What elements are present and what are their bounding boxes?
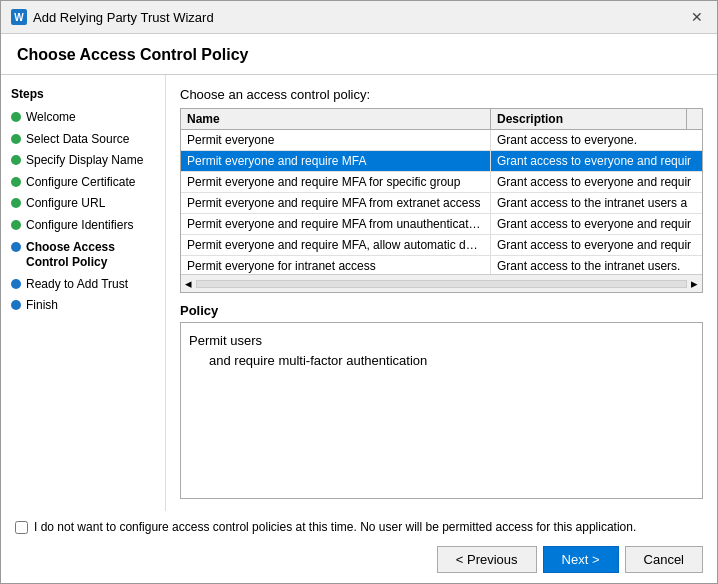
cell-desc: Grant access to everyone and requir <box>491 235 702 255</box>
policy-label: Policy <box>180 303 703 318</box>
dot-choose-access-control <box>11 242 21 252</box>
cell-desc: Grant access to everyone. <box>491 130 702 150</box>
dot-configure-identifiers <box>11 220 21 230</box>
wizard-icon: W <box>11 9 27 25</box>
no-policy-checkbox[interactable] <box>15 521 28 534</box>
main-panel: Choose an access control policy: Name De… <box>166 75 717 511</box>
previous-button[interactable]: < Previous <box>437 546 537 573</box>
titlebar-left: W Add Relying Party Trust Wizard <box>11 9 214 25</box>
policy-section: Policy Permit users and require multi-fa… <box>180 303 703 499</box>
button-row: < Previous Next > Cancel <box>15 546 703 573</box>
close-button[interactable]: ✕ <box>687 7 707 27</box>
footer-section: I do not want to configure access contro… <box>1 511 717 583</box>
dot-finish <box>11 300 21 310</box>
dot-select-data-source <box>11 134 21 144</box>
dialog-window: W Add Relying Party Trust Wizard ✕ Choos… <box>0 0 718 584</box>
policy-line2: and require multi-factor authentication <box>189 351 694 371</box>
page-header: Choose Access Control Policy <box>1 34 717 75</box>
table-horizontal-scrollbar[interactable]: ◂ ▸ <box>181 274 702 292</box>
content-area: Steps Welcome Select Data Source Specify… <box>1 75 717 511</box>
sidebar-item-welcome: Welcome <box>1 107 165 129</box>
cell-desc: Grant access to the intranet users a <box>491 193 702 213</box>
checkbox-label: I do not want to configure access contro… <box>34 519 636 536</box>
dot-configure-certificate <box>11 177 21 187</box>
cell-name: Permit everyone and require MFA from una… <box>181 214 491 234</box>
cell-desc: Grant access to everyone and requir <box>491 172 702 192</box>
cell-name: Permit everyone for intranet access <box>181 256 491 274</box>
page-title: Choose Access Control Policy <box>17 46 701 64</box>
sidebar-section-label: Steps <box>1 87 165 107</box>
sidebar-item-select-data-source: Select Data Source <box>1 129 165 151</box>
sidebar-item-ready-to-add-trust: Ready to Add Trust <box>1 274 165 296</box>
cell-name: Permit everyone <box>181 130 491 150</box>
sidebar-item-configure-url: Configure URL <box>1 193 165 215</box>
table-row[interactable]: Permit everyone for intranet access Gran… <box>181 256 702 274</box>
cell-desc: Grant access to everyone and requir <box>491 214 702 234</box>
choose-label: Choose an access control policy: <box>180 87 703 102</box>
cell-desc: Grant access to everyone and requir <box>491 151 702 171</box>
col-name-header: Name <box>181 109 491 129</box>
table-row[interactable]: Permit everyone and require MFA from ext… <box>181 193 702 214</box>
table-header: Name Description <box>181 109 702 130</box>
policy-box: Permit users and require multi-factor au… <box>180 322 703 499</box>
policy-table: Name Description Permit everyone Grant a… <box>180 108 703 293</box>
table-row[interactable]: Permit everyone and require MFA for spec… <box>181 172 702 193</box>
cell-name: Permit everyone and require MFA for spec… <box>181 172 491 192</box>
checkbox-row: I do not want to configure access contro… <box>15 519 703 536</box>
table-scroll-area[interactable]: Permit everyone Grant access to everyone… <box>181 130 702 274</box>
next-button[interactable]: Next > <box>543 546 619 573</box>
col-desc-header: Description <box>491 109 686 129</box>
table-row-selected[interactable]: Permit everyone and require MFA Grant ac… <box>181 151 702 172</box>
titlebar: W Add Relying Party Trust Wizard ✕ <box>1 1 717 34</box>
dot-configure-url <box>11 198 21 208</box>
cell-name: Permit everyone and require MFA <box>181 151 491 171</box>
dot-ready-to-add-trust <box>11 279 21 289</box>
policy-line1: Permit users <box>189 331 694 351</box>
sidebar-item-configure-identifiers: Configure Identifiers <box>1 215 165 237</box>
sidebar-item-finish: Finish <box>1 295 165 317</box>
sidebar-item-configure-certificate: Configure Certificate <box>1 172 165 194</box>
sidebar-item-choose-access-control: Choose Access Control Policy <box>1 237 165 274</box>
cell-desc: Grant access to the intranet users. <box>491 256 702 274</box>
dot-specify-display-name <box>11 155 21 165</box>
dot-welcome <box>11 112 21 122</box>
cell-name: Permit everyone and require MFA from ext… <box>181 193 491 213</box>
cell-name: Permit everyone and require MFA, allow a… <box>181 235 491 255</box>
cancel-button[interactable]: Cancel <box>625 546 703 573</box>
titlebar-title: Add Relying Party Trust Wizard <box>33 10 214 25</box>
table-row[interactable]: Permit everyone and require MFA, allow a… <box>181 235 702 256</box>
sidebar: Steps Welcome Select Data Source Specify… <box>1 75 166 511</box>
table-row[interactable]: Permit everyone Grant access to everyone… <box>181 130 702 151</box>
sidebar-item-specify-display-name: Specify Display Name <box>1 150 165 172</box>
table-row[interactable]: Permit everyone and require MFA from una… <box>181 214 702 235</box>
